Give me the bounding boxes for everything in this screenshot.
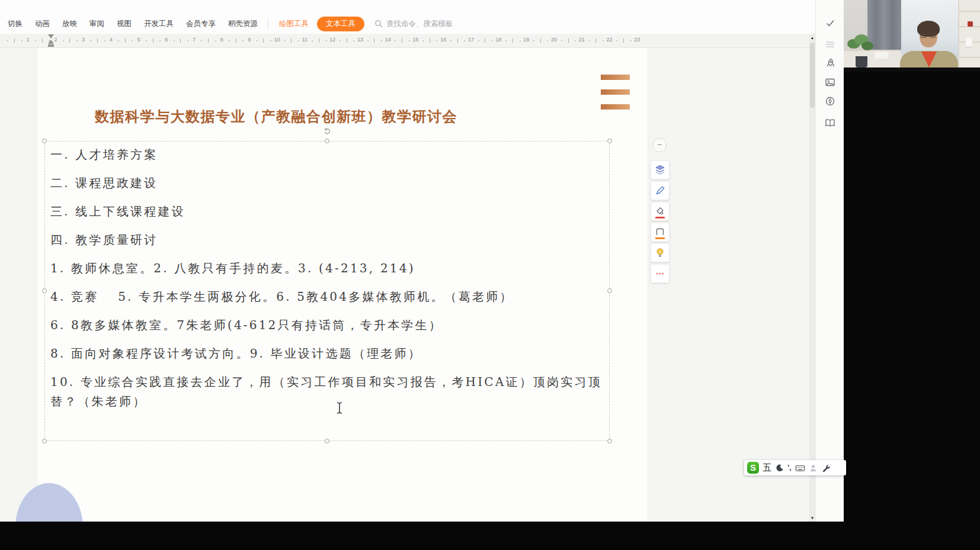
ruler-number: 5: [135, 37, 142, 43]
presenter-video[interactable]: [844, 0, 980, 72]
search-icon: [374, 20, 383, 28]
ruler-tick: [284, 40, 286, 41]
punctuation-icon[interactable]: ’,: [787, 464, 792, 472]
ruler-number: 12: [329, 37, 336, 43]
reading-book-button[interactable]: [824, 116, 837, 129]
open-book-icon: [824, 117, 836, 128]
layers-icon: [654, 164, 666, 176]
menu-tab[interactable]: 开发工具: [140, 19, 177, 29]
red-underline: [655, 217, 665, 218]
slide-canvas[interactable]: 数据科学与大数据专业（产教融合创新班）教学研讨会 一. 人才培养方案二. 课程思…: [0, 48, 809, 522]
right-panel-tabs: [815, 0, 844, 522]
settings-wrench-icon[interactable]: [821, 464, 830, 472]
frame-button[interactable]: [651, 223, 670, 242]
ime-mode-wubi[interactable]: 五: [763, 462, 771, 474]
handle-top-middle[interactable]: [325, 139, 329, 143]
ruler-tick: [146, 40, 147, 41]
body-paragraph[interactable]: 6. 8教多媒体教室。7朱老师(4-612只有持话筒，专升本学生）: [50, 316, 604, 335]
menu-tab[interactable]: 会员专享: [182, 19, 219, 29]
menu-tabs: 切换动画放映审阅视图开发工具会员专享稻壳资源: [4, 19, 267, 29]
search-box[interactable]: 查找命令、搜索模板: [374, 19, 453, 29]
rotate-handle-icon[interactable]: [324, 127, 331, 135]
ruler-tick: [118, 40, 119, 41]
hanging-indent-icon[interactable]: [48, 40, 54, 44]
body-paragraph[interactable]: 8. 面向对象程序设计考试方向。9. 毕业设计选题（理老师）: [50, 344, 604, 364]
first-line-indent-icon[interactable]: [48, 34, 54, 38]
beautify-rocket-button[interactable]: [824, 57, 837, 70]
ruler-tick: [374, 38, 374, 43]
ruler-tick: [450, 40, 451, 41]
indent-marker[interactable]: [47, 34, 54, 47]
ruler-tick: [402, 38, 402, 43]
ruler-tick: [291, 38, 292, 43]
ruler-tick: [125, 38, 126, 43]
ruler-tick: [340, 40, 341, 41]
ruler-tick: [422, 40, 424, 41]
ruler-tick: [395, 40, 396, 41]
handle-bottom-left[interactable]: [42, 439, 47, 443]
night-mode-icon[interactable]: [775, 464, 784, 472]
sogou-logo[interactable]: S: [747, 462, 759, 474]
handle-middle-right[interactable]: [607, 288, 612, 293]
body-paragraph[interactable]: 二. 课程思政建设: [50, 173, 604, 193]
slide-title[interactable]: 数据科学与大数据专业（产教融合创新班）教学研讨会: [95, 107, 457, 126]
video-plant-pot: [856, 56, 867, 67]
image-edit-icon: [824, 76, 836, 88]
ruler-number: 15: [412, 37, 419, 43]
collapse-toolbar-button[interactable]: −: [652, 138, 667, 152]
image-edit-button[interactable]: [824, 76, 837, 89]
left-indent-icon[interactable]: [48, 44, 54, 47]
body-paragraph[interactable]: 10. 专业综合实践直接去企业了，用（实习工作项目和实习报告，考HICA证）顶岗…: [50, 372, 604, 411]
ruler-tick: [153, 38, 153, 43]
handle-bottom-right[interactable]: [607, 439, 612, 443]
handle-top-right[interactable]: [607, 139, 612, 143]
scroll-down-icon[interactable]: ▼: [809, 516, 815, 520]
ruler-tick: [520, 40, 521, 41]
format-painter-button[interactable]: [651, 202, 670, 221]
menu-tab[interactable]: 放映: [59, 19, 81, 29]
ruler-tick: [436, 40, 437, 41]
pen-button[interactable]: [651, 181, 670, 200]
vertical-scrollbar[interactable]: ▲ ▼: [809, 34, 815, 522]
menu-tab[interactable]: 视图: [113, 19, 135, 29]
more-tools-button[interactable]: ⋯: [651, 264, 670, 283]
selected-text-box[interactable]: 一. 人才培养方案二. 课程思政建设三. 线上下线课程建设四. 教学质量研讨1.…: [44, 141, 610, 441]
account-icon[interactable]: [809, 464, 818, 472]
handle-top-left[interactable]: [42, 139, 47, 143]
wps-window: 切换动画放映审阅视图开发工具会员专享稻壳资源 绘图工具 文本工具 查找命令、搜索…: [0, 0, 844, 522]
layers-button[interactable]: [651, 160, 670, 179]
pen-icon: [654, 185, 666, 197]
compass-icon: [824, 95, 836, 107]
body-paragraph[interactable]: 三. 线上下线课程建设: [50, 202, 604, 221]
body-paragraph[interactable]: 一. 人才培养方案: [50, 145, 604, 165]
ruler-number: 1: [24, 37, 31, 43]
scrollbar-thumb[interactable]: [810, 43, 815, 108]
body-paragraph[interactable]: 四. 教学质量研讨: [50, 230, 604, 250]
ruler-tick: [347, 38, 347, 43]
input-method-bar[interactable]: S 五 ’,: [744, 460, 846, 475]
ruler-number: 16: [440, 37, 447, 43]
ruler-tick: [7, 40, 8, 41]
handle-bottom-middle[interactable]: [325, 439, 329, 443]
menu-tab[interactable]: 动画: [31, 19, 53, 29]
menu-tab[interactable]: 稻壳资源: [225, 19, 261, 29]
text-tools-tab[interactable]: 文本工具: [317, 17, 364, 31]
panel-list-button[interactable]: [824, 38, 837, 51]
menu-tab[interactable]: 审阅: [86, 19, 108, 29]
menu-lines-icon: [824, 38, 836, 50]
search-placeholder: 查找命令、搜索模板: [386, 19, 453, 29]
body-paragraph[interactable]: 4. 竞赛 5. 专升本学生两极分化。6. 5教404多媒体教师机。（葛老师）: [50, 287, 604, 307]
ruler-tick: [76, 40, 78, 41]
body-paragraph[interactable]: 1. 教师休息室。2. 八教只有手持的麦。3. (4-213, 214): [50, 259, 604, 278]
decoration-bar: [601, 89, 630, 95]
keyboard-icon[interactable]: [795, 464, 805, 472]
tasks-check-button[interactable]: [824, 17, 837, 30]
drawing-tools-tab[interactable]: 绘图工具: [273, 19, 315, 29]
menu-tab[interactable]: 切换: [4, 19, 26, 29]
handle-middle-left[interactable]: [42, 288, 47, 293]
compass-button[interactable]: [824, 95, 837, 108]
scroll-up-icon[interactable]: ▲: [809, 36, 815, 40]
ruler-tick: [505, 40, 507, 41]
ruler-tick: [630, 40, 632, 41]
idea-button[interactable]: [651, 243, 670, 262]
